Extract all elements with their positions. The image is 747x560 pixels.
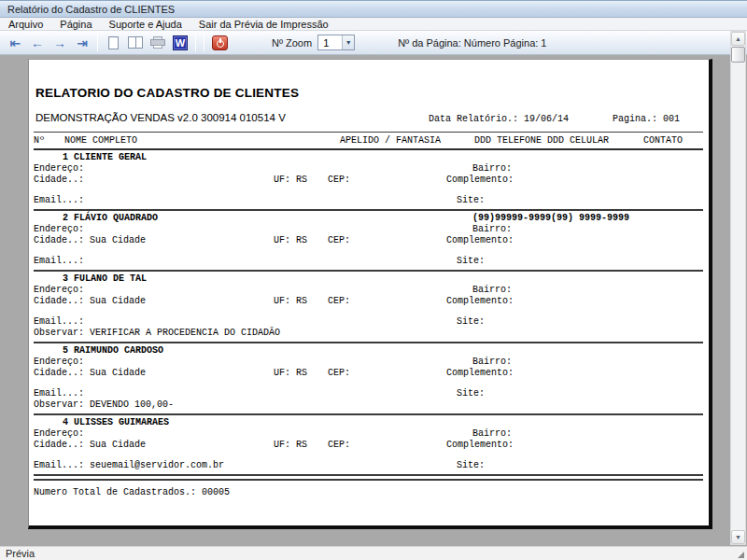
vertical-scrollbar[interactable]: ▲ ▼ (730, 31, 746, 545)
scroll-up-icon: ▲ (735, 35, 741, 42)
menu-arquivo[interactable]: Arquivo (0, 18, 51, 31)
preview-area: RELATORIO DO CADASTRO DE CLIENTES DEMONS… (0, 56, 747, 546)
cep-label: CEP: (328, 368, 350, 378)
uf-value: UF: RS (274, 440, 307, 450)
bairro-label: Bairro: (472, 285, 512, 295)
email-value: Email...: (34, 316, 84, 327)
record-line: Email...: seuemail@servidor.com.brSite: (29, 460, 709, 471)
two-page-view-button[interactable] (125, 34, 146, 52)
window-titlebar: Relatório do Cadastro de CLIENTES (0, 0, 747, 18)
record-line: Email...:Site: (29, 388, 709, 399)
previous-page-icon: ← (31, 36, 44, 49)
record-line: Cidade..: Sua CidadeUF: RSCEP:Complement… (29, 440, 709, 451)
column-nome-completo: NOME COMPLETO (64, 135, 137, 146)
toolbar: ⇤ ← → ⇥ W Nº Zoom (0, 31, 747, 55)
first-page-button[interactable]: ⇤ (5, 34, 25, 52)
record-line: Endereço:Bairro: (29, 285, 709, 296)
record-line: 1CLIENTE GERAL (29, 152, 709, 163)
export-word-button[interactable]: W (170, 34, 190, 52)
toolbar-separator (195, 35, 196, 51)
record-line: Endereço:Bairro: (29, 163, 709, 175)
bairro-label: Bairro: (472, 428, 512, 439)
record-separator-rule (34, 270, 703, 272)
client-record: 2FLÁVIO QUADRADO(99)99999-9999(99) 9999-… (29, 213, 709, 267)
column-contato: CONTATO (643, 135, 683, 146)
zoom-label: Nº Zoom (272, 37, 312, 49)
report-date: Data Relatório.: 19/06/14 (429, 114, 569, 124)
endereco-label: Endereço: (34, 224, 84, 234)
last-page-button[interactable]: ⇥ (72, 34, 92, 52)
scroll-down-button[interactable]: ▼ (731, 530, 745, 544)
single-page-view-button[interactable] (103, 34, 123, 52)
scrollbar-thumb[interactable] (731, 47, 745, 63)
site-label: Site: (457, 195, 485, 205)
record-number: 5 (53, 345, 68, 356)
toolbar-separator (97, 35, 98, 51)
cidade-value: Cidade..: Sua Cidade (34, 235, 146, 245)
record-name: RAIMUNDO CARDOSO (74, 345, 163, 356)
record-line: 3FULANO DE TAL (29, 273, 709, 285)
report-page-number: Pagina.: 001 (613, 114, 680, 124)
record-line (29, 246, 709, 256)
complemento-label: Complemento: (446, 368, 514, 378)
report-subheader: DEMONSTRAÇÃO VENDAS v2.0 300914 010514 V… (29, 112, 709, 125)
menu-bar: Arquivo Página Suporte e Ajuda Sair da P… (0, 18, 747, 31)
zoom-dropdown[interactable]: 1 ▼ (317, 35, 355, 50)
status-text: Prévia (6, 548, 35, 559)
next-page-icon: → (53, 36, 66, 49)
site-label: Site: (457, 316, 485, 327)
report-title: RELATORIO DO CADASTRO DE CLIENTES (35, 86, 709, 100)
observar-value: Observar: DEVENDO 100,00- (34, 399, 174, 410)
complemento-label: Complemento: (446, 440, 514, 450)
print-button[interactable] (148, 34, 168, 52)
complemento-label: Complemento: (446, 296, 514, 306)
status-bar: Prévia (0, 546, 747, 560)
record-separator-rule (34, 342, 703, 343)
power-off-icon (212, 35, 228, 50)
uf-value: UF: RS (274, 368, 307, 378)
record-line (29, 379, 709, 388)
complemento-label: Complemento: (446, 175, 514, 185)
record-line: Observar: DEVENDO 100,00- (29, 399, 709, 411)
scroll-up-button[interactable]: ▲ (731, 32, 745, 46)
report-subtitle: DEMONSTRAÇÃO VENDAS v2.0 300914 010514 V (35, 112, 286, 123)
bairro-label: Bairro: (472, 357, 512, 367)
menu-suporte-ajuda[interactable]: Suporte e Ajuda (101, 18, 190, 31)
column-header-row: Nº NOME COMPLETO APELIDO / FANTASIA DDD … (29, 135, 709, 147)
report-footer-total: Numero Total de Cadastrados.: 00005 (34, 487, 709, 497)
record-number: 2 (53, 213, 68, 223)
record-line: Cidade..: Sua CidadeUF: RSCEP:Complement… (29, 235, 709, 246)
menu-sair-previa[interactable]: Sair da Prévia de Impressão (190, 18, 337, 31)
close-preview-button[interactable] (209, 34, 230, 52)
record-name: CLIENTE GERAL (74, 152, 147, 162)
last-page-icon: ⇥ (77, 36, 88, 49)
cep-label: CEP: (328, 175, 350, 185)
menu-pagina[interactable]: Página (51, 18, 100, 31)
record-line: Cidade..:UF: RSCEP:Complemento: (29, 175, 709, 186)
observar-value: Observar: VERIFICAR A PROCEDENCIA DO CID… (34, 328, 280, 338)
email-value: Email...: (34, 256, 84, 266)
record-separator-rule (34, 474, 703, 476)
record-line: 4ULISSES GUIMARAES (29, 417, 709, 428)
record-line (29, 186, 709, 195)
next-page-button[interactable]: → (49, 34, 70, 52)
record-line (29, 451, 709, 460)
record-number: 4 (53, 417, 68, 427)
bairro-label: Bairro: (472, 224, 512, 234)
window-title: Relatório do Cadastro de CLIENTES (7, 4, 175, 15)
record-line: Email...:Site: (29, 195, 709, 206)
page-info-label: Nº da Página: Número Página: 1 (398, 37, 546, 49)
site-label: Site: (457, 460, 485, 470)
resize-grip-icon[interactable] (738, 552, 744, 558)
cep-label: CEP: (328, 440, 350, 450)
email-value: Email...: (34, 195, 84, 205)
word-icon: W (173, 35, 188, 50)
record-line: 2FLÁVIO QUADRADO(99)99999-9999(99) 9999-… (29, 213, 709, 224)
record-line: Observar: VERIFICAR A PROCEDENCIA DO CID… (29, 328, 709, 339)
record-line: Email...:Site: (29, 316, 709, 328)
records: 1CLIENTE GERALEndereço:Bairro:Cidade..:U… (29, 152, 709, 481)
record-separator-rule (34, 413, 703, 415)
previous-page-button[interactable]: ← (27, 34, 48, 52)
record-separator-rule (34, 209, 703, 211)
record-line: Endereço:Bairro: (29, 357, 709, 368)
